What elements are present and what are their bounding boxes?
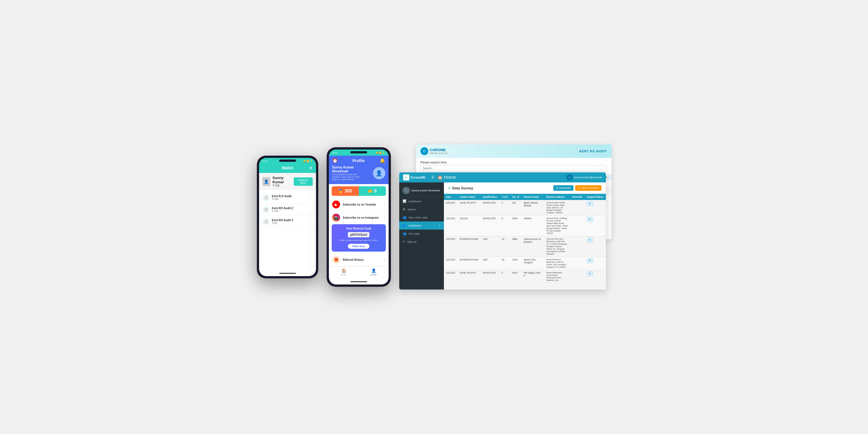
sidebar-item-max-client[interactable]: 👥 Max_Client_data ‹ (399, 213, 444, 222)
chrome-logo-icon: C (421, 147, 428, 155)
chromedm-logo-icon: C (403, 174, 409, 180)
item-price: ₹ 80 (272, 222, 293, 225)
col-remarks: Remarks (570, 194, 585, 200)
item-icon: 📋 (262, 194, 270, 201)
status-time: 06:31 (332, 152, 338, 154)
back-icon[interactable]: ← (262, 166, 266, 170)
chrome-sidebar: S Sunny kumar shreemali 📊 Dashboard ⚙ Sy… (399, 182, 444, 290)
wallet-user-info: 👤 Sunny Kumar ₹ 280 (262, 176, 294, 187)
referral-history-icon: 🎁 (332, 256, 340, 264)
table-row: 22/12/22 RAMESHCHAND 12th 10 1264 Sector… (444, 257, 606, 270)
chevron-right-icon: › (384, 258, 385, 261)
system-icon: ⚙ (403, 207, 405, 211)
home-icon: 🏠 (437, 175, 443, 180)
view-images-button[interactable]: 👁 (587, 201, 593, 206)
sidebar-item-label: Max_data (409, 232, 420, 235)
user-details: Sunny Kumar ₹ 280 (273, 176, 293, 187)
user-amount: ₹ 280 (273, 184, 293, 187)
profile-user-row: Sunny Kumar Shreemali sunny.k@chromedm.c… (332, 165, 385, 181)
profile-fullname: Sunny Kumar Shreemali (332, 165, 370, 173)
signout-icon: ↩ (403, 240, 405, 243)
phone-home-bar (279, 273, 296, 274)
sidebar-item-signout[interactable]: ↩ Sign out (399, 238, 444, 246)
chrome-sub-text: BRAND AUDITS (430, 152, 448, 154)
instagram-menu-item[interactable]: 📷 Subscribe us on Instagram › (329, 211, 389, 224)
view-images-button[interactable]: 👁 (587, 217, 593, 222)
referral-box: Your Referral Code gAFGtVQye2 Refer a fr… (332, 224, 386, 252)
gold-points: 🥇 300 (332, 186, 359, 196)
phone-wallet: 06:32 🔔 📶 🔋 ← Wallet 🗑 👤 Sunny Kumar ₹ 2… (257, 156, 318, 278)
sidebar-item-dashboard[interactable]: 📊 Dashboard (399, 197, 444, 205)
instagram-icon: 📷 (332, 214, 340, 222)
profile-email: sunny.k@chromedm.com (332, 173, 370, 176)
table-row: 22/12/22 SAHIL RAJPUT GRADUATE 2 531 Bit… (444, 200, 606, 215)
sidebar-item-system[interactable]: ⚙ System ‹ (399, 205, 444, 213)
item-info: Kent R.O Audit ₹ 100 (272, 195, 292, 201)
user-name: Sunny Kumar (273, 176, 293, 184)
sidebar-item-label: Dashboard (409, 200, 421, 203)
sidebar-item-label: Max_Client_data (409, 216, 428, 219)
profile-icon: 👤 (371, 268, 376, 273)
apply-filter-button[interactable]: ▼ APPLY FILTER (575, 185, 601, 191)
phone-notch (350, 151, 367, 154)
chrome-body: S Sunny kumar shreemali 📊 Dashboard ⚙ Sy… (399, 182, 606, 290)
youtube-menu-item[interactable]: ▶ Subscribe us on Youtube › (329, 198, 389, 211)
search-input[interactable] (421, 165, 607, 171)
points-row: 🥇 300 🤲 0 (332, 186, 386, 196)
download-icon: ⬇ (556, 187, 558, 189)
referral-code: gAFGtVQye2 (348, 232, 370, 237)
phone-notch (279, 160, 296, 162)
user-area: S Sunny kumar @sreemali (566, 174, 602, 180)
wallet-user-row: 👤 Sunny Kumar ₹ 280 Wallet to Bank (259, 173, 316, 190)
kent-topbar: C CHROME BRAND AUDITS KENT RO AUDIT (416, 144, 612, 158)
bell-icon[interactable]: 🔔 (380, 158, 385, 163)
col-qual: Qualification (480, 194, 499, 200)
topbar-username: Sunny kumar @sreemali (574, 176, 602, 179)
main-title-text: Data Survey (452, 186, 473, 190)
item-info: Kent RO Audit 2 ₹ 100 (272, 207, 293, 212)
chevron-right-icon: › (384, 216, 385, 219)
wallet-header: ← Wallet 🗑 (259, 164, 316, 173)
chevron-right-icon: › (384, 203, 385, 206)
referral-history-item[interactable]: 🎁 Referral History › (329, 253, 389, 266)
view-images-button[interactable]: 👁 (587, 271, 593, 276)
refer-now-button[interactable]: Refer Now (348, 244, 369, 249)
chevron-left-icon: ‹ (440, 208, 440, 210)
col-yoe: Y.O.E (499, 194, 510, 200)
kent-search-area: Please search here (416, 158, 612, 174)
hamburger-icon[interactable]: ☰ (431, 175, 434, 179)
download-button[interactable]: ⬇ Download (553, 185, 574, 191)
view-images-button[interactable]: 👁 (587, 238, 593, 242)
nav-profile[interactable]: 👤 profile (359, 268, 389, 276)
sidebar-item-label: Sign out (407, 240, 416, 243)
nav-home[interactable]: 🏠 home (329, 268, 359, 276)
home-label: Home (444, 175, 456, 180)
youtube-icon: ▶ (332, 201, 340, 208)
silver-value: 0 (374, 189, 377, 194)
filter-label: APPLY FILTER (581, 187, 598, 189)
silver-icon: 🤲 (368, 189, 372, 193)
chromedm-logo-text: ChromeDM (410, 176, 425, 179)
wallet-screen: 06:32 🔔 📶 🔋 ← Wallet 🗑 👤 Sunny Kumar ₹ 2… (259, 158, 316, 276)
table-row: 22/12/22 RAMESHCHAND 12th 10 4864 Jharsa… (444, 236, 606, 257)
chromedm-logo: C ChromeDM (403, 174, 425, 180)
nav-home-item[interactable]: 🏠 Home (437, 175, 456, 180)
download-label: Download (559, 187, 571, 189)
item-price: ₹ 100 (272, 210, 293, 212)
wallet-to-bank-button[interactable]: Wallet to Bank (294, 177, 313, 186)
nav-profile-label: profile (371, 273, 377, 276)
data-survey-table: Date Auditor Name Qualification Y.O.E So… (444, 194, 606, 283)
youtube-label: Subscribe us on Youtube (343, 203, 384, 206)
profile-mob: Mob on : 8340718705 (332, 178, 370, 181)
phone-home-bar (350, 281, 367, 282)
view-images-button[interactable]: 👁 (587, 258, 593, 263)
col-date: Date (444, 194, 458, 200)
col-address: Branch Address (544, 194, 570, 200)
profile-joined: Joined on Sat, Oct 15, 2022 (332, 176, 370, 178)
sidebar-item-max-data[interactable]: 👥 Max_data (399, 230, 444, 238)
delete-icon[interactable]: 🗑 (309, 166, 313, 170)
kent-logo: C CHROME BRAND AUDITS (421, 147, 448, 155)
sidebar-item-dashboard-active[interactable]: 👥 Dashboard ∨ (399, 222, 444, 230)
profile-header: ⏰ Profile 🔔 Sunny Kumar Shreemali sunny.… (329, 156, 389, 184)
chrome-main: ≡ Data Survey ⬇ Download ▼ APPLY FILTER (444, 182, 606, 290)
